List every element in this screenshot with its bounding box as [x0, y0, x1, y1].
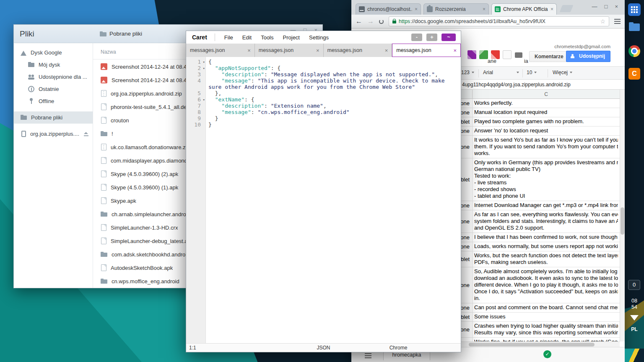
font-size-dropdown[interactable]: 10 — [527, 70, 537, 75]
vertical-scrollbar[interactable] — [620, 90, 625, 341]
editor-tab[interactable]: messages.json× — [186, 44, 255, 57]
menu-file[interactable]: File — [224, 34, 233, 41]
cell-feedback[interactable]: So, Audible almost completely works. I'm… — [473, 267, 620, 303]
notification-counter[interactable]: 0 — [628, 280, 640, 290]
https-lock-icon[interactable] — [392, 21, 396, 23]
breadcrumb[interactable]: Pobrane pliki — [100, 31, 142, 37]
column-header-name[interactable]: Nazwa — [101, 49, 116, 55]
cell-feedback[interactable]: Some issues — [473, 313, 620, 321]
all-sheets-menu-icon[interactable] — [365, 353, 371, 354]
editor-tab[interactable]: messages.json× — [392, 44, 461, 57]
syntax-mode[interactable]: JSON — [317, 345, 330, 351]
browser-tab[interactable]: chronos@localhost...× — [356, 3, 421, 15]
cell-feedback[interactable]: Can post and comment on the board. Canno… — [473, 303, 620, 312]
cell-feedback[interactable]: Only works in Germany (this app provides… — [473, 158, 620, 201]
browser-tab[interactable]: Chrome APK Officia...× — [491, 3, 557, 15]
sidebar-item-pobrane-pliki[interactable]: Pobrane pliki — [14, 111, 93, 124]
cell-feedback[interactable]: Works, but the search function does not … — [473, 251, 620, 267]
forward-button[interactable]: → — [367, 18, 374, 25]
cell-feedback[interactable]: Works fine, but if you set a pincode, th… — [473, 338, 620, 341]
cell-feedback[interactable]: As far as I can see, everything works fl… — [473, 210, 620, 233]
close-tab-icon[interactable]: × — [551, 6, 553, 12]
code-line: 1▾{ — [186, 59, 461, 65]
sidebar-item-ostatnie[interactable]: Ostatnie — [14, 83, 93, 95]
browser-tab[interactable]: Rozszerzenia× — [423, 3, 489, 15]
close-tab-icon[interactable]: × — [453, 47, 457, 54]
line-number: 9 — [186, 115, 206, 122]
file-file-icon — [101, 117, 106, 124]
caret-window: Caret FileEditToolsProjectSettings - + ~… — [186, 31, 461, 352]
avatar[interactable] — [491, 50, 500, 59]
account-email[interactable]: chrometestdp@gmail.com — [554, 44, 610, 49]
close-button[interactable]: × — [615, 3, 618, 10]
scrollbar-thumb[interactable] — [621, 207, 624, 235]
clock[interactable]: 0854 — [625, 298, 644, 310]
code-line: 10} — [186, 122, 461, 128]
back-button[interactable]: ← — [356, 18, 362, 25]
url-bar[interactable]: https ://docs.google.com/spreadsheets/d/… — [389, 16, 609, 26]
font-dropdown[interactable]: Arial — [483, 70, 519, 75]
eject-icon[interactable] — [84, 132, 88, 136]
status-theme[interactable]: Chrome — [390, 345, 408, 351]
reload-button[interactable] — [379, 19, 384, 24]
avatar[interactable] — [479, 50, 488, 59]
cell-feedback[interactable]: Internet Download Manager can get *.mp3 … — [473, 201, 620, 210]
comments-button[interactable]: Komentarze — [529, 51, 569, 62]
maximize-button[interactable]: □ — [605, 3, 608, 10]
menu-settings[interactable]: Settings — [309, 34, 329, 41]
sidebar-item-org-joa-zipperplus[interactable]: org.joa.zipperplus.... — [14, 128, 93, 140]
sidebar-item-dysk-google[interactable]: Dysk Google — [14, 47, 93, 59]
sidebar-item-offline[interactable]: Offline — [14, 95, 93, 107]
chrome-icon[interactable] — [628, 45, 640, 57]
fold-icon[interactable]: ▾ — [203, 65, 205, 72]
chrome-menu-icon[interactable] — [614, 19, 621, 20]
editor-area[interactable]: 1▾{2▾ "appNotSupported": {3 "description… — [186, 57, 461, 343]
cell-feedback[interactable]: Played two complete games with no proble… — [473, 117, 620, 126]
column-header-c[interactable]: C — [473, 90, 620, 98]
theme-button[interactable]: ~ — [441, 34, 456, 41]
fold-icon[interactable]: ▾ — [203, 59, 205, 65]
minimize-button[interactable]: — — [592, 3, 597, 10]
wifi-icon[interactable] — [630, 315, 639, 321]
divider — [522, 69, 523, 78]
scrollbar-thumb[interactable] — [469, 343, 595, 346]
menu-project[interactable]: Project — [283, 34, 300, 41]
menu-edit[interactable]: Edit — [242, 34, 252, 41]
menu-tools[interactable]: Tools — [261, 34, 273, 41]
close-tab-icon[interactable]: × — [316, 47, 319, 54]
number-format-dropdown[interactable]: 123 — [461, 70, 474, 75]
cell-feedback[interactable]: I believe that I has been confirmed to w… — [473, 233, 620, 242]
avatar[interactable] — [467, 50, 476, 59]
folder-icon — [100, 31, 106, 37]
zoom-out-button[interactable]: - — [411, 34, 422, 41]
close-tab-icon[interactable]: × — [483, 6, 486, 12]
cell-feedback[interactable]: Works perfectly. — [473, 99, 620, 108]
close-tab-icon[interactable]: × — [385, 47, 388, 54]
close-tab-icon[interactable]: × — [247, 47, 251, 54]
sidebar-item-udost-pnione-dla[interactable]: Udostępnione dla ... — [14, 71, 93, 83]
more-dropdown[interactable]: Więcej — [553, 70, 572, 75]
app-launcher-icon[interactable] — [628, 3, 641, 16]
caret-app-icon[interactable]: C — [628, 68, 640, 80]
files-app-icon[interactable] — [629, 23, 640, 32]
cell-feedback[interactable]: Crashes when trying to load higher quali… — [473, 322, 620, 337]
sidebar-item-m-j-dysk[interactable]: Mój dysk — [14, 59, 93, 71]
cell-feedback[interactable]: Loads, works normally, but some users re… — [473, 242, 620, 251]
new-tab-button[interactable] — [560, 5, 574, 12]
folder-file-icon — [101, 130, 107, 137]
image-file-icon — [101, 63, 107, 70]
fold-icon[interactable]: ▾ — [203, 97, 205, 103]
zip-file-icon — [101, 144, 106, 150]
bookmark-star-icon[interactable]: ☆ — [600, 18, 605, 25]
zoom-in-button[interactable]: + — [426, 34, 437, 41]
close-tab-icon[interactable]: × — [415, 6, 418, 12]
cell-feedback[interactable]: Manual location input required — [473, 108, 620, 117]
editor-tab[interactable]: messages.json× — [255, 44, 324, 57]
cell-feedback[interactable]: It works to send Yo's but as far as I kn… — [473, 136, 620, 158]
keyboard-layout-indicator[interactable]: PL — [625, 326, 644, 332]
cell-feedback[interactable]: Answer 'no' to location request — [473, 127, 620, 135]
share-button[interactable]: Udostępnij — [566, 51, 610, 62]
avatar[interactable] — [503, 50, 512, 59]
divider — [478, 69, 479, 78]
editor-tab[interactable]: messages.json× — [324, 44, 392, 57]
